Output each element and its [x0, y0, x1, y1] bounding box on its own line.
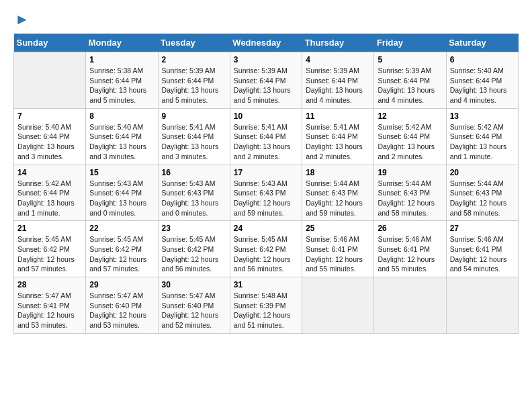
day-info: Sunrise: 5:44 AM Sunset: 6:43 PM Dayligh…: [378, 179, 442, 218]
sunrise-text: Sunrise: 5:47 AM: [17, 291, 71, 300]
sunrise-text: Sunrise: 5:42 AM: [378, 123, 431, 131]
sunrise-text: Sunrise: 5:47 AM: [89, 291, 143, 300]
calendar-cell: 2 Sunrise: 5:39 AM Sunset: 6:44 PM Dayli…: [158, 52, 230, 109]
day-info: Sunrise: 5:43 AM Sunset: 6:44 PM Dayligh…: [89, 179, 154, 218]
sunrise-text: Sunrise: 5:39 AM: [162, 66, 216, 75]
calendar-cell: 4 Sunrise: 5:39 AM Sunset: 6:44 PM Dayli…: [302, 52, 374, 109]
sunrise-text: Sunrise: 5:40 AM: [89, 123, 143, 131]
calendar-week-row: 14 Sunrise: 5:42 AM Sunset: 6:44 PM Dayl…: [14, 165, 519, 221]
day-info: Sunrise: 5:41 AM Sunset: 6:44 PM Dayligh…: [306, 122, 370, 162]
day-number: 12: [378, 111, 442, 121]
sunrise-text: Sunrise: 5:44 AM: [306, 179, 359, 187]
sunset-text: Sunset: 6:44 PM: [89, 189, 142, 197]
calendar-cell: 16 Sunrise: 5:43 AM Sunset: 6:43 PM Dayl…: [158, 165, 230, 221]
day-info: Sunrise: 5:47 AM Sunset: 6:41 PM Dayligh…: [17, 291, 82, 330]
sunrise-text: Sunrise: 5:46 AM: [306, 235, 359, 243]
sunset-text: Sunset: 6:42 PM: [162, 245, 214, 253]
calendar-table: SundayMondayTuesdayWednesdayThursdayFrid…: [13, 34, 519, 334]
calendar-cell: 6 Sunrise: 5:40 AM Sunset: 6:44 PM Dayli…: [446, 52, 518, 109]
day-number: 19: [378, 168, 442, 177]
calendar-cell: 19 Sunrise: 5:44 AM Sunset: 6:43 PM Dayl…: [374, 165, 446, 221]
day-number: 16: [162, 168, 226, 177]
sunset-text: Sunset: 6:39 PM: [234, 302, 286, 310]
calendar-cell: 26 Sunrise: 5:46 AM Sunset: 6:41 PM Dayl…: [374, 221, 446, 277]
day-number: 10: [234, 111, 298, 121]
calendar-cell: [446, 277, 518, 334]
calendar-cell: 11 Sunrise: 5:41 AM Sunset: 6:44 PM Dayl…: [302, 108, 374, 165]
calendar-cell: [302, 277, 374, 334]
col-header-monday: Monday: [86, 34, 158, 52]
daylight-text: Daylight: 13 hours and 2 minutes.: [234, 142, 291, 161]
day-info: Sunrise: 5:42 AM Sunset: 6:44 PM Dayligh…: [17, 179, 82, 218]
daylight-text: Daylight: 12 hours and 52 minutes.: [162, 311, 219, 329]
sunset-text: Sunset: 6:44 PM: [234, 77, 286, 85]
day-info: Sunrise: 5:38 AM Sunset: 6:44 PM Dayligh…: [89, 66, 154, 105]
daylight-text: Daylight: 12 hours and 56 minutes.: [162, 255, 219, 273]
sunrise-text: Sunrise: 5:43 AM: [234, 179, 287, 187]
sunrise-text: Sunrise: 5:39 AM: [306, 66, 359, 75]
daylight-text: Daylight: 13 hours and 0 minutes.: [89, 199, 146, 217]
day-number: 13: [450, 111, 515, 121]
daylight-text: Daylight: 12 hours and 59 minutes.: [306, 199, 363, 217]
sunset-text: Sunset: 6:44 PM: [234, 132, 286, 140]
sunset-text: Sunset: 6:43 PM: [450, 189, 502, 197]
sunset-text: Sunset: 6:40 PM: [162, 302, 214, 310]
daylight-text: Daylight: 13 hours and 5 minutes.: [162, 86, 219, 104]
day-info: Sunrise: 5:47 AM Sunset: 6:40 PM Dayligh…: [162, 291, 226, 330]
sunrise-text: Sunrise: 5:44 AM: [450, 179, 504, 187]
calendar-cell: [374, 277, 446, 334]
sunrise-text: Sunrise: 5:40 AM: [17, 123, 71, 131]
sunset-text: Sunset: 6:44 PM: [17, 132, 70, 140]
daylight-text: Daylight: 12 hours and 57 minutes.: [17, 255, 75, 273]
day-info: Sunrise: 5:46 AM Sunset: 6:41 PM Dayligh…: [306, 234, 370, 274]
calendar-cell: 15 Sunrise: 5:43 AM Sunset: 6:44 PM Dayl…: [86, 165, 158, 221]
daylight-text: Daylight: 13 hours and 2 minutes.: [306, 142, 363, 161]
calendar-cell: 17 Sunrise: 5:43 AM Sunset: 6:43 PM Dayl…: [230, 165, 302, 221]
day-number: 21: [17, 224, 82, 233]
calendar-week-row: 7 Sunrise: 5:40 AM Sunset: 6:44 PM Dayli…: [14, 108, 519, 165]
sunrise-text: Sunrise: 5:42 AM: [17, 179, 71, 187]
sunset-text: Sunset: 6:41 PM: [450, 245, 502, 253]
day-info: Sunrise: 5:40 AM Sunset: 6:44 PM Dayligh…: [89, 122, 154, 162]
day-info: Sunrise: 5:45 AM Sunset: 6:42 PM Dayligh…: [234, 234, 298, 274]
calendar-cell: 5 Sunrise: 5:39 AM Sunset: 6:44 PM Dayli…: [374, 52, 446, 109]
day-info: Sunrise: 5:40 AM Sunset: 6:44 PM Dayligh…: [17, 122, 82, 162]
day-info: Sunrise: 5:46 AM Sunset: 6:41 PM Dayligh…: [378, 234, 442, 274]
day-number: 27: [450, 224, 515, 233]
day-info: Sunrise: 5:41 AM Sunset: 6:44 PM Dayligh…: [162, 122, 226, 162]
daylight-text: Daylight: 12 hours and 58 minutes.: [378, 199, 435, 217]
sunset-text: Sunset: 6:41 PM: [378, 245, 430, 253]
sunset-text: Sunset: 6:44 PM: [89, 132, 142, 140]
sunrise-text: Sunrise: 5:45 AM: [162, 235, 216, 243]
calendar-cell: 22 Sunrise: 5:45 AM Sunset: 6:42 PM Dayl…: [86, 221, 158, 277]
day-number: 25: [306, 224, 370, 233]
day-number: 6: [450, 55, 515, 64]
day-number: 22: [89, 224, 154, 233]
sunrise-text: Sunrise: 5:47 AM: [162, 291, 216, 300]
sunset-text: Sunset: 6:41 PM: [306, 245, 358, 253]
sunset-text: Sunset: 6:42 PM: [17, 245, 70, 253]
sunrise-text: Sunrise: 5:45 AM: [234, 235, 287, 243]
calendar-cell: 13 Sunrise: 5:42 AM Sunset: 6:44 PM Dayl…: [446, 108, 518, 165]
daylight-text: Daylight: 12 hours and 55 minutes.: [306, 255, 363, 273]
day-number: 5: [378, 55, 442, 64]
daylight-text: Daylight: 13 hours and 5 minutes.: [234, 86, 291, 104]
calendar-cell: 7 Sunrise: 5:40 AM Sunset: 6:44 PM Dayli…: [14, 108, 86, 165]
day-number: 29: [89, 280, 154, 289]
day-info: Sunrise: 5:39 AM Sunset: 6:44 PM Dayligh…: [378, 66, 442, 105]
sunrise-text: Sunrise: 5:39 AM: [378, 66, 431, 75]
calendar-cell: 3 Sunrise: 5:39 AM Sunset: 6:44 PM Dayli…: [230, 52, 302, 109]
sunset-text: Sunset: 6:43 PM: [378, 189, 430, 197]
sunrise-text: Sunrise: 5:43 AM: [162, 179, 216, 187]
day-info: Sunrise: 5:39 AM Sunset: 6:44 PM Dayligh…: [234, 66, 298, 105]
sunrise-text: Sunrise: 5:40 AM: [450, 66, 504, 75]
page-header: ►: [13, 11, 519, 28]
calendar-cell: 14 Sunrise: 5:42 AM Sunset: 6:44 PM Dayl…: [14, 165, 86, 221]
calendar-cell: 12 Sunrise: 5:42 AM Sunset: 6:44 PM Dayl…: [374, 108, 446, 165]
day-number: 3: [234, 55, 298, 64]
col-header-thursday: Thursday: [302, 34, 374, 52]
sunrise-text: Sunrise: 5:39 AM: [234, 66, 287, 75]
day-info: Sunrise: 5:45 AM Sunset: 6:42 PM Dayligh…: [162, 234, 226, 274]
sunrise-text: Sunrise: 5:45 AM: [17, 235, 71, 243]
calendar-cell: 9 Sunrise: 5:41 AM Sunset: 6:44 PM Dayli…: [158, 108, 230, 165]
